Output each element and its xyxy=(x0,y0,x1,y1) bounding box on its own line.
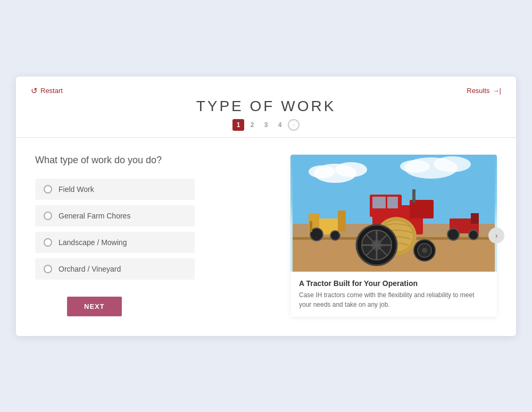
svg-rect-12 xyxy=(338,211,346,232)
option-label-landscape: Landscape / Mowing xyxy=(59,238,127,247)
svg-point-19 xyxy=(469,230,478,240)
radio-orchard xyxy=(44,265,52,273)
svg-rect-15 xyxy=(310,221,312,232)
option-label-general-farm: General Farm Chores xyxy=(59,212,130,220)
svg-point-14 xyxy=(330,231,340,240)
radio-general-farm xyxy=(44,212,52,220)
svg-rect-25 xyxy=(412,189,415,203)
svg-point-7 xyxy=(400,160,430,173)
svg-point-6 xyxy=(434,156,471,172)
radio-landscape xyxy=(44,238,52,247)
radio-field-work xyxy=(44,185,52,194)
options-list: Field Work General Farm Chores Landscape… xyxy=(35,179,269,280)
left-panel: What type of work do you do? Field Work … xyxy=(35,155,269,316)
page-title: TYPE OF WORK xyxy=(196,98,336,115)
step-3[interactable]: 3 xyxy=(260,119,272,131)
question-text: What type of work do you do? xyxy=(35,155,269,166)
main-card: ↺ Restart Results →| TYPE OF WORK 1 2 3 … xyxy=(16,77,516,336)
option-orchard[interactable]: Orchard / Vineyard xyxy=(35,258,195,280)
image-card: › A Tractor Built for Your Operation Cas… xyxy=(290,155,497,317)
restart-button[interactable]: ↺ Restart xyxy=(31,86,63,96)
step-5[interactable]: ○ xyxy=(288,119,300,131)
steps-row: 1 2 3 4 ○ xyxy=(232,119,300,131)
option-field-work[interactable]: Field Work xyxy=(35,179,195,200)
svg-rect-17 xyxy=(471,213,479,224)
step-2[interactable]: 2 xyxy=(246,119,258,131)
restart-label: Restart xyxy=(40,87,63,95)
svg-rect-23 xyxy=(372,197,386,208)
header-top: ↺ Restart Results →| xyxy=(31,86,501,96)
main-content: What type of work do you do? Field Work … xyxy=(16,138,516,336)
caption-title: A Tractor Built for Your Operation xyxy=(299,279,488,288)
tractor-image xyxy=(290,155,497,272)
results-label: Results xyxy=(467,87,489,95)
step-1[interactable]: 1 xyxy=(232,119,244,131)
restart-icon: ↺ xyxy=(31,86,38,96)
option-landscape[interactable]: Landscape / Mowing xyxy=(35,232,195,253)
svg-point-3 xyxy=(335,162,367,177)
header: ↺ Restart Results →| TYPE OF WORK 1 2 3 … xyxy=(16,77,516,138)
svg-rect-21 xyxy=(410,200,434,218)
option-label-orchard: Orchard / Vineyard xyxy=(59,265,121,273)
option-general-farm[interactable]: General Farm Chores xyxy=(35,205,195,226)
svg-point-37 xyxy=(422,248,427,253)
svg-point-4 xyxy=(309,165,335,178)
results-arrow-icon: →| xyxy=(493,87,501,95)
next-button[interactable]: NEXT xyxy=(67,297,122,316)
results-button[interactable]: Results →| xyxy=(467,87,501,95)
svg-rect-24 xyxy=(387,197,398,208)
image-caption: A Tractor Built for Your Operation Case … xyxy=(290,272,497,317)
caption-text: Case IH tractors come with the flexibili… xyxy=(299,290,488,309)
option-label-field-work: Field Work xyxy=(59,185,94,194)
step-4[interactable]: 4 xyxy=(274,119,286,131)
svg-point-18 xyxy=(447,229,459,240)
right-panel: › A Tractor Built for Your Operation Cas… xyxy=(290,155,497,317)
